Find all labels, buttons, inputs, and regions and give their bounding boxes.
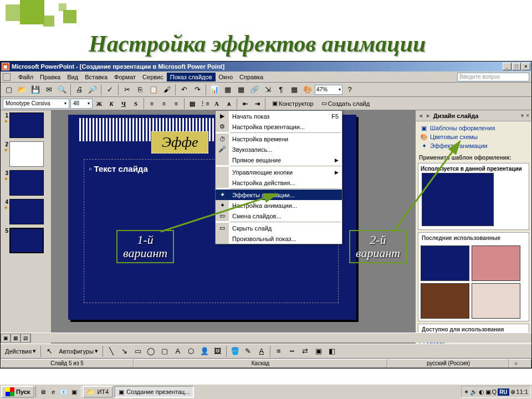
actions-menu[interactable]: Действия ▾: [3, 346, 38, 356]
forward-icon[interactable]: ►: [426, 112, 431, 119]
tray-icon-1[interactable]: ✶: [464, 388, 469, 396]
3d-style-button[interactable]: ◧: [326, 345, 338, 357]
tables-borders-button[interactable]: ▦: [235, 84, 247, 96]
autoshapes-menu[interactable]: Автофигуры ▾: [57, 346, 100, 356]
line-color-button[interactable]: ✎: [242, 345, 254, 357]
arrow-style-button[interactable]: ⇄: [299, 345, 311, 357]
recent-template-2[interactable]: [472, 245, 520, 281]
preview-button[interactable]: 🔎: [86, 84, 99, 96]
tray-icon-4[interactable]: ▣: [485, 388, 491, 396]
increase-font-button[interactable]: A: [211, 98, 222, 109]
ql-app-icon[interactable]: ▣: [69, 386, 79, 397]
print-button[interactable]: 🖨: [73, 84, 85, 96]
restore-button[interactable]: □: [512, 63, 521, 70]
thumbnail-slide-2[interactable]: 2✦: [3, 141, 49, 167]
underline-button[interactable]: Ч: [118, 98, 129, 109]
dropdown-item-6[interactable]: Настройка действия...: [216, 177, 342, 188]
italic-button[interactable]: К: [106, 98, 117, 109]
line-button[interactable]: ╲: [105, 345, 117, 357]
search-button[interactable]: 🔍: [56, 84, 68, 96]
thumbnail-slide-5[interactable]: 5: [3, 228, 49, 253]
bold-button[interactable]: Ж: [94, 98, 105, 109]
color-button[interactable]: 🎨: [301, 84, 314, 96]
diagram-button[interactable]: ⬡: [185, 345, 197, 357]
cut-button[interactable]: ✂: [121, 84, 133, 96]
dropdown-item-8[interactable]: ✦Настройка анимации...: [216, 200, 342, 211]
redo-button[interactable]: ↷: [191, 84, 203, 96]
fill-color-button[interactable]: 🪣: [229, 345, 241, 357]
thumbnail-slide-3[interactable]: 3✦: [3, 170, 49, 196]
open-button[interactable]: 📂: [16, 84, 28, 96]
menu-format[interactable]: Формат: [111, 73, 139, 81]
dropdown-item-11[interactable]: Произвольный показ...: [216, 233, 342, 244]
textbox-button[interactable]: ▢: [158, 345, 171, 357]
help-button[interactable]: ?: [344, 84, 356, 96]
picture-button[interactable]: 🖼: [212, 345, 224, 357]
grid-button[interactable]: ▦: [288, 84, 300, 96]
format-painter-button[interactable]: 🖌: [161, 84, 173, 96]
paste-button[interactable]: 📋: [147, 84, 160, 96]
font-color-button[interactable]: A: [255, 345, 268, 357]
dropdown-item-4[interactable]: Прямое вещание▶: [216, 155, 342, 165]
dropdown-item-0[interactable]: ▶Начать показF5: [216, 111, 342, 121]
table-button[interactable]: ▦: [222, 84, 234, 96]
numbering-button[interactable]: ▤: [187, 98, 198, 109]
select-button[interactable]: ↖: [43, 345, 55, 357]
chart-button[interactable]: 📊: [208, 84, 221, 96]
minimize-button[interactable]: _: [503, 63, 511, 70]
align-center-button[interactable]: ≡: [158, 98, 170, 109]
recent-template-3[interactable]: [421, 283, 469, 319]
language-bar[interactable]: RU: [498, 388, 509, 396]
thumbnail-slide-4[interactable]: 4✦: [3, 199, 49, 224]
increase-indent-button[interactable]: ⇥: [252, 98, 263, 109]
dropdown-item-7[interactable]: ✦Эффекты анимации...: [216, 190, 342, 200]
dropdown-item-10[interactable]: ▭Скрыть слайд: [216, 223, 342, 233]
help-search-box[interactable]: Введите вопрос: [457, 73, 529, 81]
dropdown-item-2[interactable]: ⏱Настройка времени: [216, 134, 342, 144]
menu-window[interactable]: Окно: [216, 73, 237, 81]
close-button[interactable]: ×: [521, 63, 530, 70]
sorter-view-button[interactable]: ▦: [11, 334, 21, 342]
start-button[interactable]: Пуск: [1, 386, 34, 398]
undo-button[interactable]: ↶: [178, 84, 190, 96]
wordart-button[interactable]: A: [172, 345, 184, 357]
oval-button[interactable]: ◯: [145, 345, 157, 357]
expand-button[interactable]: ⇲: [262, 84, 274, 96]
slide-editor[interactable]: Эффе Текст слайда ▶Начать показF5⚙Настро…: [52, 110, 415, 349]
zoom-combo[interactable]: 47%: [315, 85, 342, 95]
clipart-button[interactable]: 👤: [198, 345, 211, 357]
ql-ie-icon[interactable]: e: [48, 386, 58, 397]
taskbar-task-1[interactable]: 📁 ИТ4: [83, 386, 113, 398]
menu-edit[interactable]: Правка: [37, 73, 64, 81]
new-button[interactable]: ▢: [3, 84, 15, 96]
menu-insert[interactable]: Вставка: [81, 73, 111, 81]
document-icon[interactable]: [3, 73, 11, 81]
tray-icon-2[interactable]: 🔊: [470, 388, 478, 396]
link-animation-schemes[interactable]: ✦Эффекты анимации: [420, 141, 527, 150]
slide-title-placeholder[interactable]: Эффе: [151, 131, 208, 154]
spell-button[interactable]: ✓: [104, 84, 116, 96]
new-slide-button[interactable]: ▭ Создать слайд: [319, 99, 372, 108]
dropdown-icon[interactable]: ▾: [521, 112, 524, 119]
taskbar-task-2[interactable]: ▣ Создание презентац...: [114, 386, 194, 398]
font-combo[interactable]: Monotype Corsiva: [3, 99, 69, 109]
recent-template-4[interactable]: [472, 283, 520, 319]
dropdown-item-5[interactable]: Управляющие кнопки▶: [216, 167, 342, 177]
link-templates[interactable]: ▣Шаблоны оформления: [420, 124, 527, 132]
dropdown-item-3[interactable]: 🎤Звукозапись...: [216, 144, 342, 155]
design-button[interactable]: ▣ Конструктор: [270, 99, 316, 108]
slideshow-view-button[interactable]: ▤: [21, 334, 30, 342]
align-left-button[interactable]: ≡: [146, 98, 157, 109]
tray-icon-3[interactable]: ◐: [479, 388, 484, 396]
menu-slideshow[interactable]: Показ слайдов: [167, 73, 216, 81]
arrow-button[interactable]: ↘: [119, 345, 131, 357]
copy-button[interactable]: ⎘: [134, 84, 146, 96]
link-color-schemes[interactable]: 🎨Цветовые схемы: [420, 132, 527, 141]
menu-file[interactable]: Файл: [15, 73, 37, 81]
show-formatting-button[interactable]: ¶: [275, 84, 287, 96]
dropdown-item-9[interactable]: ▭Смена слайдов...: [216, 211, 342, 221]
shadow-button[interactable]: S: [130, 98, 141, 109]
save-button[interactable]: 💾: [29, 84, 42, 96]
line-style-button[interactable]: ≡: [273, 345, 285, 357]
menu-tools[interactable]: Сервис: [139, 73, 167, 81]
